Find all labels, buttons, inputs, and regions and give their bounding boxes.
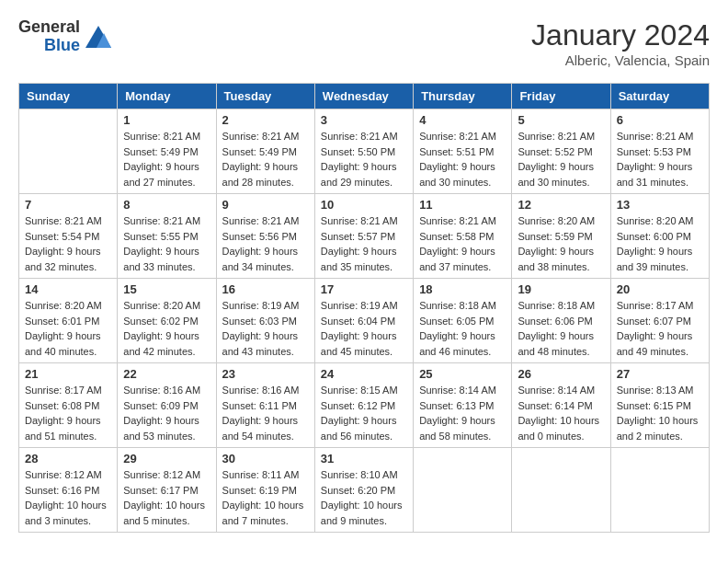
cell-content: Sunrise: 8:20 AMSunset: 6:01 PMDaylight:… — [25, 298, 111, 359]
cell-content: Sunrise: 8:15 AMSunset: 6:12 PMDaylight:… — [321, 383, 407, 443]
calendar-cell: 19Sunrise: 8:18 AMSunset: 6:06 PMDayligh… — [512, 279, 610, 363]
calendar-cell: 25Sunrise: 8:14 AMSunset: 6:13 PMDayligh… — [414, 363, 512, 448]
logo-blue: Blue — [44, 37, 80, 55]
logo-icon — [85, 26, 111, 48]
calendar-cell: 13Sunrise: 8:20 AMSunset: 6:00 PMDayligh… — [610, 194, 709, 279]
cell-content: Sunrise: 8:12 AMSunset: 6:17 PMDaylight:… — [123, 467, 210, 528]
cell-content: Sunrise: 8:21 AMSunset: 5:52 PMDaylight:… — [518, 129, 604, 190]
cell-content: Sunrise: 8:21 AMSunset: 5:50 PMDaylight:… — [321, 129, 407, 190]
day-number: 30 — [222, 452, 309, 465]
calendar-cell: 12Sunrise: 8:20 AMSunset: 5:59 PMDayligh… — [512, 194, 610, 279]
day-number: 19 — [518, 282, 604, 296]
title-block: January 2024 Alberic, Valencia, Spain — [531, 18, 710, 68]
calendar-week-5: 28Sunrise: 8:12 AMSunset: 6:16 PMDayligh… — [19, 448, 710, 533]
day-number: 5 — [518, 113, 604, 127]
cell-content: Sunrise: 8:21 AMSunset: 5:49 PMDaylight:… — [123, 129, 210, 190]
cell-content: Sunrise: 8:21 AMSunset: 5:51 PMDaylight:… — [419, 129, 506, 190]
weekday-header-saturday: Saturday — [610, 84, 709, 109]
calendar-cell: 29Sunrise: 8:12 AMSunset: 6:17 PMDayligh… — [118, 448, 216, 533]
calendar-cell: 7Sunrise: 8:21 AMSunset: 5:54 PMDaylight… — [19, 194, 118, 279]
calendar-cell: 11Sunrise: 8:21 AMSunset: 5:58 PMDayligh… — [414, 194, 512, 279]
weekday-header-thursday: Thursday — [414, 84, 512, 109]
calendar-cell — [512, 448, 610, 533]
day-number: 7 — [25, 198, 111, 212]
weekday-header-wednesday: Wednesday — [314, 84, 413, 109]
calendar-week-2: 7Sunrise: 8:21 AMSunset: 5:54 PMDaylight… — [19, 194, 710, 279]
weekday-header-friday: Friday — [512, 84, 610, 109]
day-number: 4 — [419, 113, 506, 127]
page-header: General Blue January 2024 Alberic, Valen… — [18, 18, 710, 68]
cell-content: Sunrise: 8:21 AMSunset: 5:53 PMDaylight:… — [617, 129, 703, 190]
calendar-cell: 5Sunrise: 8:21 AMSunset: 5:52 PMDaylight… — [512, 109, 610, 194]
calendar-week-4: 21Sunrise: 8:17 AMSunset: 6:08 PMDayligh… — [19, 363, 710, 448]
calendar-cell: 23Sunrise: 8:16 AMSunset: 6:11 PMDayligh… — [216, 363, 314, 448]
day-number: 28 — [25, 452, 111, 465]
cell-content: Sunrise: 8:21 AMSunset: 5:56 PMDaylight:… — [222, 213, 309, 274]
calendar-cell: 18Sunrise: 8:18 AMSunset: 6:05 PMDayligh… — [414, 279, 512, 363]
calendar-cell: 16Sunrise: 8:19 AMSunset: 6:03 PMDayligh… — [216, 279, 314, 363]
calendar-cell: 14Sunrise: 8:20 AMSunset: 6:01 PMDayligh… — [19, 279, 118, 363]
weekday-header-sunday: Sunday — [19, 84, 118, 109]
calendar-cell: 1Sunrise: 8:21 AMSunset: 5:49 PMDaylight… — [118, 109, 216, 194]
day-number: 17 — [321, 282, 407, 296]
day-number: 3 — [321, 113, 407, 127]
cell-content: Sunrise: 8:20 AMSunset: 5:59 PMDaylight:… — [518, 213, 604, 274]
month-title: January 2024 — [531, 18, 710, 52]
day-number: 16 — [222, 282, 309, 296]
day-number: 24 — [321, 367, 407, 381]
day-number: 26 — [518, 367, 604, 381]
cell-content: Sunrise: 8:13 AMSunset: 6:15 PMDaylight:… — [617, 383, 703, 443]
day-number: 21 — [25, 367, 111, 381]
calendar-cell: 3Sunrise: 8:21 AMSunset: 5:50 PMDaylight… — [314, 109, 413, 194]
calendar-cell: 15Sunrise: 8:20 AMSunset: 6:02 PMDayligh… — [118, 279, 216, 363]
calendar-cell: 4Sunrise: 8:21 AMSunset: 5:51 PMDaylight… — [414, 109, 512, 194]
logo: General Blue — [18, 18, 111, 55]
day-number: 13 — [617, 198, 703, 212]
calendar-header-row: SundayMondayTuesdayWednesdayThursdayFrid… — [19, 84, 710, 109]
day-number: 8 — [123, 198, 210, 212]
calendar-cell: 10Sunrise: 8:21 AMSunset: 5:57 PMDayligh… — [314, 194, 413, 279]
day-number: 1 — [123, 113, 210, 127]
calendar-cell — [19, 109, 118, 194]
cell-content: Sunrise: 8:16 AMSunset: 6:09 PMDaylight:… — [123, 383, 210, 443]
day-number: 22 — [123, 367, 210, 381]
cell-content: Sunrise: 8:19 AMSunset: 6:04 PMDaylight:… — [321, 298, 407, 359]
logo-general: General — [18, 18, 80, 37]
calendar-cell: 9Sunrise: 8:21 AMSunset: 5:56 PMDaylight… — [216, 194, 314, 279]
calendar-cell: 8Sunrise: 8:21 AMSunset: 5:55 PMDaylight… — [118, 194, 216, 279]
day-number: 25 — [419, 367, 506, 381]
calendar-cell: 17Sunrise: 8:19 AMSunset: 6:04 PMDayligh… — [314, 279, 413, 363]
calendar-cell: 27Sunrise: 8:13 AMSunset: 6:15 PMDayligh… — [610, 363, 709, 448]
day-number: 23 — [222, 367, 309, 381]
day-number: 31 — [321, 452, 407, 465]
cell-content: Sunrise: 8:17 AMSunset: 6:07 PMDaylight:… — [617, 298, 703, 359]
calendar-week-1: 1Sunrise: 8:21 AMSunset: 5:49 PMDaylight… — [19, 109, 710, 194]
cell-content: Sunrise: 8:20 AMSunset: 6:00 PMDaylight:… — [617, 213, 703, 274]
cell-content: Sunrise: 8:14 AMSunset: 6:13 PMDaylight:… — [419, 383, 506, 443]
day-number: 18 — [419, 282, 506, 296]
calendar-cell: 6Sunrise: 8:21 AMSunset: 5:53 PMDaylight… — [610, 109, 709, 194]
calendar-cell: 20Sunrise: 8:17 AMSunset: 6:07 PMDayligh… — [610, 279, 709, 363]
day-number: 6 — [617, 113, 703, 127]
day-number: 11 — [419, 198, 506, 212]
cell-content: Sunrise: 8:20 AMSunset: 6:02 PMDaylight:… — [123, 298, 210, 359]
cell-content: Sunrise: 8:19 AMSunset: 6:03 PMDaylight:… — [222, 298, 309, 359]
calendar-cell — [610, 448, 709, 533]
cell-content: Sunrise: 8:21 AMSunset: 5:54 PMDaylight:… — [25, 213, 111, 274]
cell-content: Sunrise: 8:21 AMSunset: 5:55 PMDaylight:… — [123, 213, 210, 274]
cell-content: Sunrise: 8:14 AMSunset: 6:14 PMDaylight:… — [518, 383, 604, 443]
weekday-header-monday: Monday — [118, 84, 216, 109]
cell-content: Sunrise: 8:17 AMSunset: 6:08 PMDaylight:… — [25, 383, 111, 443]
day-number: 10 — [321, 198, 407, 212]
day-number: 27 — [617, 367, 703, 381]
calendar-week-3: 14Sunrise: 8:20 AMSunset: 6:01 PMDayligh… — [19, 279, 710, 363]
day-number: 9 — [222, 198, 309, 212]
day-number: 14 — [25, 282, 111, 296]
calendar-cell: 22Sunrise: 8:16 AMSunset: 6:09 PMDayligh… — [118, 363, 216, 448]
calendar-table: SundayMondayTuesdayWednesdayThursdayFrid… — [18, 83, 710, 533]
calendar-cell: 26Sunrise: 8:14 AMSunset: 6:14 PMDayligh… — [512, 363, 610, 448]
day-number: 12 — [518, 198, 604, 212]
cell-content: Sunrise: 8:10 AMSunset: 6:20 PMDaylight:… — [321, 467, 407, 528]
cell-content: Sunrise: 8:18 AMSunset: 6:05 PMDaylight:… — [419, 298, 506, 359]
location-title: Alberic, Valencia, Spain — [531, 52, 710, 68]
